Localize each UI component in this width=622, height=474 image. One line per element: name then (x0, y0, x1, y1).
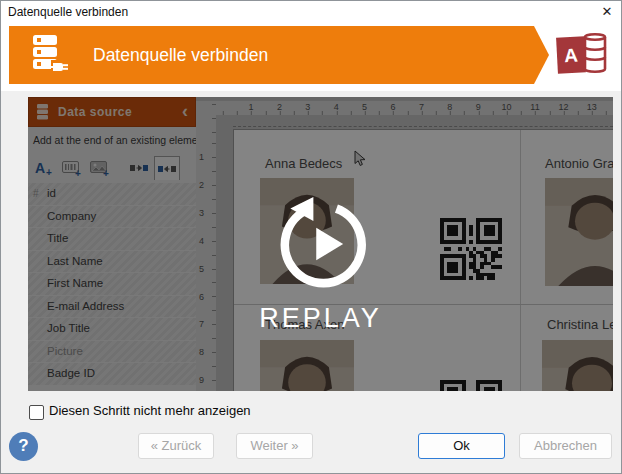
dont-show-again-checkbox[interactable] (29, 405, 44, 420)
window-title: Datenquelle verbinden (8, 1, 128, 23)
back-button[interactable]: « Zurück (138, 433, 214, 459)
help-button[interactable]: ? (9, 432, 38, 461)
replay-icon (275, 196, 371, 296)
replay-button[interactable]: REPLAY (28, 97, 613, 391)
ok-button[interactable]: Ok (418, 433, 505, 459)
cancel-button[interactable]: Abbrechen (519, 433, 612, 459)
banner: Datenquelle verbinden (9, 26, 534, 84)
replay-label: REPLAY (28, 303, 613, 334)
database-plug-icon (25, 33, 71, 81)
access-icon: A (552, 28, 610, 84)
banner-title: Datenquelle verbinden (93, 26, 268, 84)
next-button[interactable]: Weiter » (236, 433, 313, 459)
dont-show-again-label: Diesen Schritt nicht mehr anzeigen (49, 403, 251, 418)
close-icon[interactable]: ✕ (598, 3, 616, 21)
dialog-window: Datenquelle verbinden ✕ (0, 0, 622, 474)
banner-row: Datenquelle verbinden A (1, 23, 621, 91)
title-bar: Datenquelle verbinden ✕ (1, 1, 621, 23)
svg-text:A: A (564, 45, 579, 67)
tutorial-preview: Data source ‹ Add at the end of an exist… (28, 97, 613, 391)
